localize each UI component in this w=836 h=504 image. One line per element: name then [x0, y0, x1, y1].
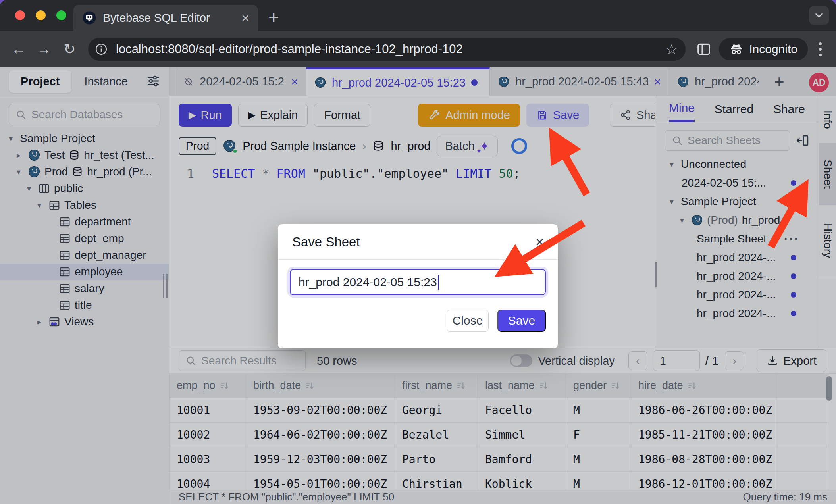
user-avatar[interactable]: AD [809, 73, 829, 92]
table-row[interactable]: 10004 1954-05-01T00:00:00Z Chirstian Kob… [170, 471, 828, 490]
cell[interactable]: Bamford [478, 447, 566, 471]
cell[interactable]: 1985-11-21T00:00:00Z [631, 422, 776, 447]
url-text[interactable]: localhost:8080/sql-editor/prod-sample-in… [116, 42, 660, 56]
cell[interactable]: Bezalel [395, 422, 478, 447]
sheet-group-project[interactable]: ▾ Sample Project [655, 192, 819, 211]
tab-project[interactable]: Project [9, 70, 71, 93]
sheet-item[interactable]: hr_prod 2024-... [655, 285, 819, 304]
query-tab-2-active[interactable]: hr_prod 2024-02-05 15:23 [306, 67, 490, 96]
close-tab-icon[interactable]: × [241, 11, 249, 25]
table-row[interactable]: 10003 1959-12-03T00:00:00Z Parto Bamford… [170, 447, 828, 471]
tree-item-table-employee[interactable]: employee [0, 264, 169, 280]
forward-button[interactable]: → [34, 41, 54, 58]
maximize-window-button[interactable] [56, 10, 66, 20]
query-tab-1[interactable]: 2024-02-05 15:22 × [175, 67, 306, 96]
table-row[interactable]: 10001 1953-09-02T00:00:00Z Georgi Facell… [170, 398, 828, 422]
more-actions-icon[interactable]: ··· [784, 232, 799, 246]
modal-close-button[interactable]: Close [447, 310, 489, 332]
save-button[interactable]: Save [526, 104, 589, 127]
tree-item-table-title[interactable]: title [0, 297, 169, 314]
bookmark-star-icon[interactable]: ☆ [666, 41, 681, 57]
modal-save-button[interactable]: Save [497, 310, 546, 332]
caret-down-icon[interactable]: ▾ [13, 167, 24, 177]
cell[interactable]: 10002 [170, 422, 246, 447]
tree-item-prod-db[interactable]: ▾ Prod hr_prod (Pr... [0, 164, 169, 180]
prev-page-button[interactable]: ‹ [628, 351, 647, 370]
cell[interactable]: Georgi [395, 398, 478, 422]
sheet-title-input[interactable]: hr_prod 2024-02-05 15:23 [290, 269, 546, 295]
cell[interactable]: M [566, 447, 631, 471]
format-button[interactable]: Format [314, 104, 370, 127]
cell[interactable]: Facello [478, 398, 566, 422]
tree-item-table-dept-emp[interactable]: dept_emp [0, 230, 169, 247]
column-header[interactable]: gender [566, 374, 631, 398]
cell[interactable]: 1953-09-02T00:00:00Z [246, 398, 395, 422]
tree-item-table-department[interactable]: department [0, 214, 169, 230]
tab-history[interactable]: History [819, 205, 836, 277]
macos-traffic-lights[interactable] [15, 10, 66, 20]
cell[interactable]: 1986-08-28T00:00:00Z [631, 447, 776, 471]
cell[interactable]: Koblick [478, 471, 566, 490]
sheet-item[interactable]: 2024-02-05 15:... [655, 173, 819, 192]
tree-item-schema-public[interactable]: ▾ public [0, 180, 169, 197]
caret-right-icon[interactable]: ▸ [13, 150, 24, 160]
results-table-wrap[interactable]: emp_no birth_date first_name last_name g… [169, 373, 836, 490]
minimize-window-button[interactable] [36, 10, 46, 20]
sheet-item[interactable]: hr_prod 2024-... [655, 248, 819, 267]
caret-down-icon[interactable]: ▾ [24, 184, 34, 193]
close-window-button[interactable] [15, 10, 25, 20]
cell[interactable]: Chirstian [395, 471, 478, 490]
side-panel-icon[interactable] [694, 40, 713, 59]
browser-menu-icon[interactable] [813, 42, 827, 56]
tab-info[interactable]: Info [819, 96, 836, 144]
export-button[interactable]: Export [757, 349, 826, 372]
sidebar-resize-handle[interactable] [655, 262, 657, 287]
back-button[interactable]: ← [9, 41, 29, 58]
tab-mine[interactable]: Mine [669, 96, 695, 122]
sheet-item[interactable]: hr_prod 2024-... [655, 267, 819, 285]
sort-icon[interactable] [456, 381, 466, 391]
sheet-group-connection[interactable]: ▾ (Prod) hr_prod [655, 211, 819, 229]
caret-down-icon[interactable]: ▾ [666, 160, 677, 169]
cell[interactable]: 10003 [170, 447, 246, 471]
close-tab-icon[interactable]: × [654, 75, 661, 88]
cell[interactable]: Simmel [478, 422, 566, 447]
reload-button[interactable]: ↻ [60, 41, 79, 58]
tree-item-table-salary[interactable]: salary [0, 280, 169, 297]
caret-down-icon[interactable]: ▾ [677, 215, 687, 225]
new-tab-button[interactable]: + [268, 8, 279, 26]
sidebar-resize-handle[interactable] [163, 274, 168, 298]
sort-icon[interactable] [305, 381, 315, 391]
close-tab-icon[interactable]: × [291, 75, 298, 88]
column-header[interactable]: emp_no [170, 374, 246, 398]
tab-starred[interactable]: Starred [715, 96, 753, 122]
admin-mode-button[interactable]: Admin mode [418, 104, 520, 127]
tab-search-button[interactable] [809, 6, 829, 25]
tree-item-views-group[interactable]: ▸ Views [0, 314, 169, 330]
cell[interactable]: F [566, 422, 631, 447]
caret-down-icon[interactable]: ▾ [34, 200, 44, 210]
sheet-group-unconnected[interactable]: ▾ Unconnected [655, 155, 819, 173]
cell[interactable]: 1954-05-01T00:00:00Z [246, 471, 395, 490]
sheet-search[interactable]: Search Sheets [665, 130, 790, 151]
next-page-button[interactable]: › [725, 351, 744, 370]
environment-badge[interactable]: Prod [179, 137, 216, 155]
address-bar[interactable]: localhost:8080/sql-editor/prod-sample-in… [88, 38, 686, 61]
sort-icon[interactable] [687, 381, 697, 391]
tree-item-project[interactable]: ▾ Sample Project [0, 130, 169, 147]
batch-button[interactable]: Batch ✦✦ [437, 136, 497, 156]
caret-down-icon[interactable]: ▾ [6, 134, 16, 143]
collapse-panel-icon[interactable] [796, 133, 810, 148]
table-row[interactable]: 10002 1964-06-02T00:00:00Z Bezalel Simme… [170, 422, 828, 447]
close-icon[interactable]: × [536, 235, 544, 250]
cell[interactable]: 1986-06-26T00:00:00Z [631, 398, 776, 422]
cell[interactable]: 1964-06-02T00:00:00Z [246, 422, 395, 447]
query-tab-3[interactable]: hr_prod 2024-02-05 15:43 × [490, 67, 669, 96]
sort-icon[interactable] [611, 381, 621, 391]
column-header[interactable]: last_name [478, 374, 566, 398]
tab-instance[interactable]: Instance [75, 70, 137, 93]
cell[interactable]: M [566, 471, 631, 490]
cell[interactable]: M [566, 398, 631, 422]
sort-icon[interactable] [220, 381, 230, 391]
vertical-display-toggle[interactable] [510, 354, 532, 367]
